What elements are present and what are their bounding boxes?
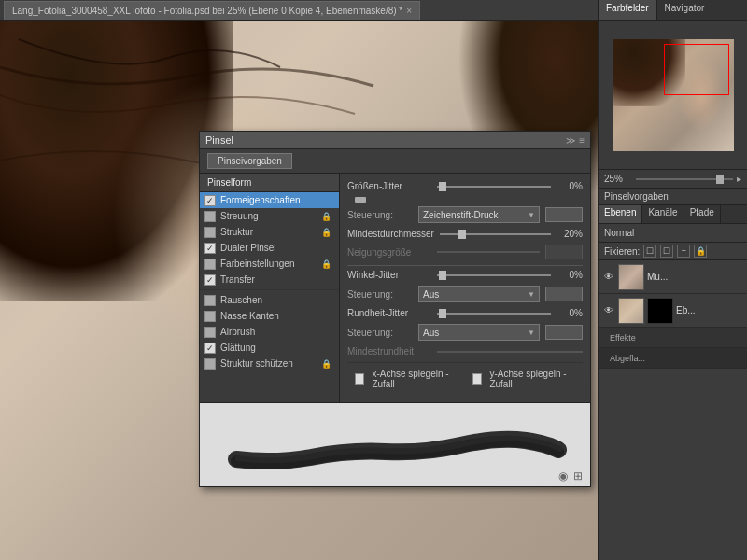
size-jitter-value: 0% [557, 181, 583, 191]
brush-schuetzen-item[interactable]: Struktur schützen 🔒 [200, 356, 339, 371]
dialog-menu-icon[interactable]: ≡ [579, 135, 585, 146]
control2-label: Steuerung: [347, 289, 413, 300]
size-jitter-slider[interactable] [437, 186, 551, 188]
round-jitter-slider[interactable] [437, 313, 551, 315]
brush-rauschen-checkbox[interactable] [204, 295, 216, 306]
control1-label: Steuerung: [347, 210, 413, 220]
layer-row-effekte: Effekte [599, 328, 747, 348]
brush-farb-checkbox[interactable] [204, 259, 216, 270]
tab-close-button[interactable]: × [406, 6, 412, 16]
brush-glaettung-item[interactable]: ✓ Glättung [200, 340, 339, 356]
navigator-area [599, 21, 747, 170]
control3-value: Aus [423, 328, 439, 338]
fix-icon-2[interactable]: ☐ [660, 245, 673, 258]
brush-schuetzen-checkbox[interactable] [204, 358, 216, 370]
size-jitter-row: Größen-Jitter 0% [347, 181, 583, 191]
y-mirror-checkbox[interactable] [472, 373, 482, 385]
brush-schuetzen-label: Struktur schützen [220, 358, 293, 369]
document-tab-label: Lang_Fotolia_3000458_XXL iofoto - Fotoli… [12, 6, 402, 16]
control3-select[interactable]: Aus ▼ [418, 324, 540, 341]
x-mirror-label: x-Achse spiegeln - Zufall [372, 369, 458, 389]
document-tab[interactable]: Lang_Fotolia_3000458_XXL iofoto - Fotoli… [4, 1, 420, 20]
pinselvorgaben-panel-title: Pinselvorgaben [599, 189, 747, 205]
right-panel: Farbfelder Navigator 25% ▸ Pinselvorgabe… [598, 0, 747, 560]
divider1 [200, 289, 339, 290]
control1-select[interactable]: Zeichenstift-Druck ▼ [418, 206, 540, 223]
min-round-slider [437, 351, 583, 353]
angle-jitter-label: Winkel-Jitter [347, 270, 431, 280]
brush-streuung-label: Streuung [220, 211, 259, 221]
layers-tabs: Ebenen Kanäle Pfade [599, 205, 747, 224]
min-round-row: Mindestrundheit [347, 346, 583, 357]
tab-pfade[interactable]: Pfade [684, 205, 721, 223]
fix-label: Fixieren: [604, 246, 640, 257]
mirror-row: x-Achse spiegeln - Zufall y-Achse spiege… [347, 362, 583, 395]
brush-left-panel: Pinselform ✓ Formeigenschaften Streuung … [200, 174, 340, 402]
fix-icon-lock[interactable]: 🔒 [694, 245, 707, 258]
brush-transfer-checkbox[interactable]: ✓ [204, 274, 216, 286]
layer-2-thumbnail [618, 298, 644, 324]
brush-rauschen-item[interactable]: Rauschen [200, 292, 339, 308]
brush-struktur-checkbox[interactable] [204, 227, 216, 238]
blend-mode-row: Normal [599, 224, 747, 243]
dialog-body: Pinselform ✓ Formeigenschaften Streuung … [200, 174, 590, 402]
min-diam-value: 20% [557, 229, 583, 239]
layer-row-2[interactable]: 👁 Eb... [599, 294, 747, 328]
tab-ebenen[interactable]: Ebenen [599, 205, 642, 223]
brush-nasse-checkbox[interactable] [204, 311, 216, 322]
brush-dualer-checkbox[interactable]: ✓ [204, 243, 216, 254]
size-jitter-handle [355, 197, 583, 203]
min-diam-slider[interactable] [440, 233, 551, 235]
control3-label: Steuerung: [347, 328, 413, 338]
zoom-bar: 25% ▸ [599, 170, 747, 189]
dialog-title: Pinsel [205, 134, 233, 146]
tab-farbfelder[interactable]: Farbfelder [599, 0, 657, 20]
brush-transfer-item[interactable]: ✓ Transfer [200, 272, 339, 287]
brush-preview-area: ◉ ⊞ [200, 402, 590, 486]
layer-1-eye-icon[interactable]: 👁 [602, 271, 615, 284]
brush-form-label: Formeigenschaften [220, 195, 301, 205]
tab-navigator[interactable]: Navigator [657, 0, 713, 20]
layer-1-thumbnail [618, 264, 644, 290]
layer-2-eye-icon[interactable]: 👁 [602, 304, 615, 317]
brush-glaettung-checkbox[interactable]: ✓ [204, 343, 216, 354]
brush-streuung-checkbox[interactable] [204, 211, 216, 222]
struktur-lock-icon: 🔒 [321, 228, 331, 237]
brush-form-item[interactable]: ✓ Formeigenschaften [200, 192, 339, 208]
brush-stroke-svg [218, 413, 572, 478]
presets-bar: Pinseivorgaben [200, 149, 590, 174]
pinselvorgaben-button[interactable]: Pinseivorgaben [207, 153, 292, 169]
brush-dualer-item[interactable]: ✓ Dualer Pinsel [200, 240, 339, 256]
min-diam-row: Mindestdurchmesser 20% [347, 229, 583, 239]
brush-airbrush-checkbox[interactable] [204, 327, 216, 338]
brush-transfer-label: Transfer [220, 274, 255, 285]
control2-row: Steuerung: Aus ▼ [347, 286, 583, 302]
fix-icon-1[interactable]: ☐ [643, 245, 656, 258]
brush-farb-item[interactable]: Farbeinstellungen 🔒 [200, 256, 339, 272]
brush-streuung-item[interactable]: Streuung 🔒 [200, 208, 339, 224]
abgeflacht-label: Abgefla... [610, 354, 645, 363]
x-mirror-checkbox[interactable] [355, 373, 364, 385]
zoom-value: 25% [604, 174, 632, 184]
round-jitter-row: Rundheit-Jitter 0% [347, 308, 583, 318]
angle-jitter-slider[interactable] [437, 274, 551, 276]
y-mirror-label: y-Achse spiegeln - Zufall [489, 369, 575, 389]
brush-form-checkbox[interactable]: ✓ [204, 195, 216, 206]
nav-viewport-box[interactable] [664, 44, 729, 95]
control1-row: Steuerung: Zeichenstift-Druck ▼ [347, 206, 583, 223]
streuung-lock-icon: 🔒 [321, 212, 331, 221]
brush-airbrush-item[interactable]: Airbrush [200, 324, 339, 340]
control2-select[interactable]: Aus ▼ [418, 286, 540, 302]
dialog-expand-icon[interactable]: ≫ [566, 135, 575, 146]
zoom-slider[interactable] [636, 178, 733, 180]
round-jitter-label: Rundheit-Jitter [347, 308, 431, 318]
fix-icon-3[interactable]: + [677, 245, 690, 258]
tilt-slider [437, 251, 540, 253]
layer-row-1[interactable]: 👁 Mu... [599, 260, 747, 294]
brush-struktur-item[interactable]: Struktur 🔒 [200, 224, 339, 240]
blend-mode-value: Normal [604, 228, 634, 238]
brush-nasse-item[interactable]: Nasse Kanten [200, 308, 339, 324]
layer-row-abgeflacht: Abgefla... [599, 348, 747, 369]
control1-value: Zeichenstift-Druck [423, 210, 499, 220]
tab-kanaele[interactable]: Kanäle [642, 205, 684, 223]
